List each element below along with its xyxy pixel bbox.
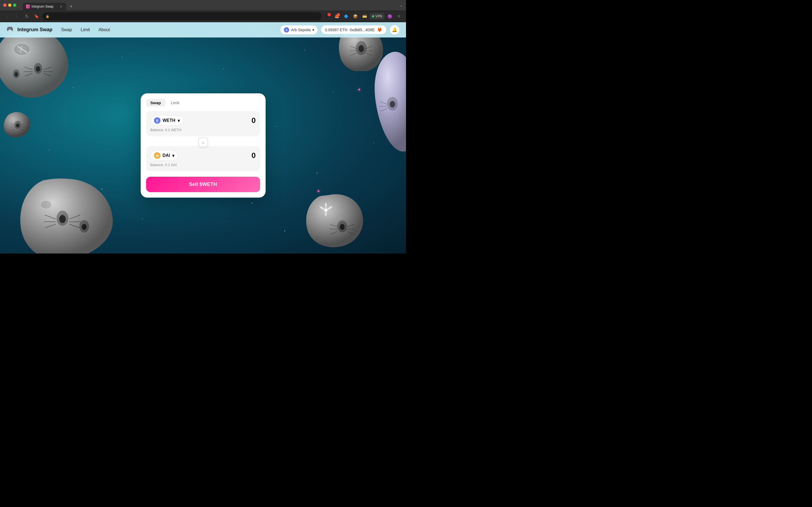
forward-button[interactable]: ›	[13, 12, 21, 20]
collapse-button[interactable]: ⌄	[400, 3, 403, 7]
from-token-balance: Balance: 0.1 WETH	[150, 128, 256, 132]
from-token-row: ⟠ WETH ▾ 0	[150, 115, 256, 126]
vpn-label: VPN	[375, 14, 382, 18]
navbar-right: ▲ Arb Sepolia ▾ 0.09387 ETH 0xdb85...4D8…	[280, 25, 400, 35]
from-token-box: ⟠ WETH ▾ 0 Balance: 0.1 WETH	[146, 111, 260, 136]
tab-bar: 🎮 Integrum Swap ✕ +	[21, 0, 397, 10]
extension-fox[interactable]: 🦊 1	[333, 12, 341, 20]
logo-icon: 🎮	[6, 25, 15, 34]
browser-titlebar: 🎮 Integrum Swap ✕ + ⌄	[0, 0, 406, 10]
extension-purple[interactable]: 🟣	[386, 12, 394, 20]
to-token-box: ◎ DAI ▾ 0 Balance: 0.1 DAI	[146, 146, 260, 171]
page-content: ✦✦	[0, 22, 406, 253]
bell-button[interactable]: 🔔	[390, 25, 400, 35]
address-bar[interactable]: 🔒	[42, 12, 321, 20]
secure-icon: 🔒	[46, 15, 49, 18]
back-button[interactable]: ‹	[3, 12, 11, 20]
extension-box[interactable]: 📦	[351, 12, 359, 20]
tab-close-button[interactable]: ✕	[59, 5, 63, 8]
browser-toolbar: ‹ › ↻ 🔖 🔒 🛡 🦊 1 🔷 📦 💳 VPN 🟣 ≡	[0, 10, 406, 22]
traffic-lights	[3, 4, 16, 7]
to-token-symbol: DAI	[163, 153, 170, 158]
new-tab-button[interactable]: +	[67, 3, 75, 10]
wallet-address: 0xdb85...4D8E	[350, 28, 375, 32]
reload-button[interactable]: ↻	[23, 12, 31, 20]
close-button[interactable]	[3, 4, 6, 7]
network-icon: ▲	[284, 27, 289, 33]
nav-links: Swap Limit About	[61, 27, 110, 32]
to-token-selector[interactable]: ◎ DAI ▾	[150, 150, 178, 161]
network-name: Arb Sepolia	[291, 28, 310, 32]
minimize-button[interactable]	[8, 4, 11, 7]
logo-text: Integrum Swap	[17, 27, 52, 33]
from-token-icon: ⟠	[154, 117, 160, 124]
swap-arrow-container: ↓	[146, 137, 260, 147]
active-tab[interactable]: 🎮 Integrum Swap ✕	[23, 3, 66, 10]
to-token-balance: Balance: 0.1 DAI	[150, 163, 256, 167]
from-token-selector[interactable]: ⟠ WETH ▾	[150, 115, 183, 126]
extension-card[interactable]: 💳	[361, 12, 368, 20]
menu-button[interactable]: ≡	[395, 12, 403, 20]
network-chevron: ▾	[312, 28, 314, 32]
app-navbar: 🎮 Integrum Swap Swap Limit About ▲ Arb S…	[0, 22, 406, 38]
to-token-chevron: ▾	[172, 153, 174, 158]
wallet-info[interactable]: 0.09387 ETH 0xdb85...4D8E 🦊	[321, 25, 387, 34]
from-token-symbol: WETH	[163, 118, 175, 123]
nav-about[interactable]: About	[99, 27, 110, 32]
tab-title: Integrum Swap	[32, 5, 53, 8]
browser-chrome: 🎮 Integrum Swap ✕ + ⌄ ‹ › ↻ 🔖 🔒 🛡 🦊 1 �	[0, 0, 406, 22]
network-selector[interactable]: ▲ Arb Sepolia ▾	[280, 25, 317, 35]
bookmark-button[interactable]: 🔖	[33, 12, 40, 20]
vpn-button[interactable]: VPN	[370, 13, 384, 19]
from-token-chevron: ▾	[177, 118, 180, 123]
main-content: Swap Limit ⟠ WETH ▾ 0 Balance: 0.1 WETH …	[0, 38, 406, 253]
vpn-status-dot	[372, 15, 374, 17]
maximize-button[interactable]	[13, 4, 16, 7]
wallet-balance: 0.09387 ETH	[325, 28, 348, 32]
tab-favicon: 🎮	[26, 5, 30, 8]
extension-shield[interactable]: 🛡	[324, 12, 331, 20]
extension-diamond[interactable]: 🔷	[342, 12, 350, 20]
ext-badge	[327, 13, 331, 16]
wallet-icon: 🦊	[377, 27, 383, 32]
to-token-row: ◎ DAI ▾ 0	[150, 150, 256, 161]
swap-card: Swap Limit ⟠ WETH ▾ 0 Balance: 0.1 WETH …	[141, 93, 266, 198]
ext-badge-2: 1	[337, 13, 340, 16]
tab-swap[interactable]: Swap	[146, 99, 165, 107]
app-logo: 🎮 Integrum Swap	[6, 25, 52, 34]
nav-swap[interactable]: Swap	[61, 27, 72, 32]
to-token-icon: ◎	[154, 152, 160, 159]
sell-button[interactable]: Sell $WETH	[146, 177, 260, 192]
card-tabs: Swap Limit	[146, 99, 260, 107]
nav-limit[interactable]: Limit	[81, 27, 90, 32]
swap-direction-button[interactable]: ↓	[198, 137, 208, 147]
to-token-amount[interactable]: 0	[251, 151, 256, 160]
toolbar-extensions: 🛡 🦊 1 🔷 📦 💳 VPN 🟣 ≡	[324, 12, 403, 20]
tab-limit[interactable]: Limit	[166, 99, 184, 107]
from-token-amount[interactable]: 0	[251, 116, 256, 125]
